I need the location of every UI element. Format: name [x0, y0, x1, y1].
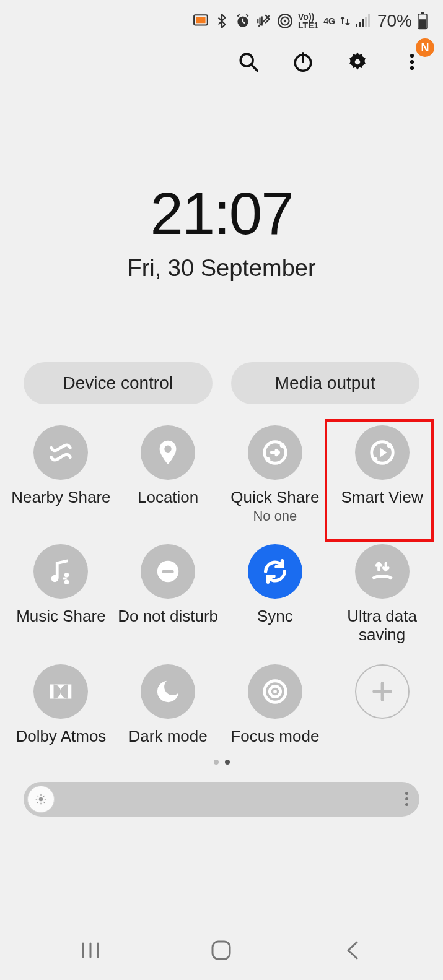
tile-label: Music Share — [16, 607, 106, 626]
svg-line-48 — [43, 796, 45, 797]
tile-label: Do not disturb — [118, 607, 218, 626]
data-arrows-icon — [340, 15, 350, 27]
tile-label: Sync — [257, 607, 293, 626]
svg-rect-14 — [419, 19, 426, 28]
brightness-thumb[interactable] — [27, 786, 55, 813]
brightness-more-button[interactable] — [405, 792, 408, 806]
battery-percent: 70% — [377, 11, 412, 31]
clock-area: 21:07 Fri, 30 September — [0, 87, 443, 282]
smart-view-icon — [355, 425, 410, 480]
svg-point-30 — [372, 457, 377, 462]
location-icon — [141, 425, 195, 480]
dnd-icon — [141, 544, 195, 599]
power-button[interactable] — [291, 50, 315, 74]
tile-label: Ultra data saving — [328, 607, 436, 644]
bluetooth-icon — [214, 13, 230, 29]
pill-row: Device control Media output — [0, 362, 443, 404]
network-type: 4G — [323, 17, 335, 25]
page-indicator[interactable] — [0, 760, 443, 765]
dolby-icon — [33, 664, 88, 719]
tile-label: Smart View — [341, 488, 423, 507]
tile-quick-share[interactable]: Quick Share No one — [222, 423, 329, 527]
page-dot — [214, 760, 219, 765]
quick-settings-grid: Nearby Share Location Quick Share No one… — [0, 423, 443, 748]
clock-date: Fri, 30 September — [0, 255, 443, 282]
music-share-icon — [33, 544, 88, 599]
svg-line-46 — [43, 802, 45, 803]
svg-rect-1 — [196, 17, 205, 24]
media-output-button[interactable]: Media output — [231, 362, 420, 404]
more-button[interactable]: N — [400, 50, 424, 74]
svg-point-39 — [273, 690, 277, 693]
svg-point-24 — [164, 446, 172, 453]
svg-line-47 — [37, 802, 38, 803]
status-bar: Vo)) LTE1 4G 70% — [0, 0, 443, 37]
home-button[interactable] — [203, 938, 240, 963]
svg-point-22 — [410, 60, 414, 64]
tile-label: Dolby Atmos — [15, 727, 106, 746]
clock-time: 21:07 — [0, 180, 443, 248]
system-nav-bar — [0, 938, 443, 963]
cast-active-icon — [193, 13, 209, 29]
svg-rect-9 — [362, 19, 364, 27]
svg-point-26 — [280, 443, 285, 448]
svg-point-32 — [64, 573, 69, 578]
svg-point-33 — [64, 579, 69, 584]
svg-rect-10 — [365, 17, 367, 27]
tile-do-not-disturb[interactable]: Do not disturb — [115, 542, 222, 647]
tile-music-share[interactable]: Music Share — [7, 542, 115, 647]
vibrate-icon — [256, 13, 272, 29]
tile-smart-view[interactable]: Smart View — [328, 423, 436, 527]
tile-sublabel: No one — [253, 508, 297, 524]
svg-point-21 — [410, 54, 414, 58]
plus-icon — [355, 664, 410, 719]
svg-point-40 — [39, 797, 43, 801]
dark-mode-icon — [141, 664, 195, 719]
recents-button[interactable] — [72, 938, 109, 963]
quick-share-icon — [248, 425, 302, 480]
battery-icon — [417, 12, 428, 30]
svg-line-16 — [251, 64, 257, 71]
svg-point-23 — [410, 66, 414, 70]
svg-rect-11 — [368, 14, 370, 27]
svg-point-20 — [355, 59, 361, 65]
volte-icon: Vo)) LTE1 — [298, 12, 318, 30]
hotspot-icon — [277, 13, 293, 29]
signal-icon — [355, 14, 370, 28]
svg-point-4 — [284, 20, 286, 22]
svg-rect-7 — [356, 24, 357, 27]
tile-label: Focus mode — [230, 727, 319, 746]
svg-line-45 — [37, 796, 38, 797]
tile-focus-mode[interactable]: Focus mode — [222, 662, 329, 748]
tile-nearby-share[interactable]: Nearby Share — [7, 423, 115, 527]
tile-dark-mode[interactable]: Dark mode — [115, 662, 222, 748]
svg-point-27 — [266, 457, 271, 462]
search-button[interactable] — [236, 50, 261, 74]
data-saving-icon — [355, 544, 410, 599]
tile-label: Dark mode — [129, 727, 208, 746]
tile-label: Location — [138, 488, 198, 507]
tile-location[interactable]: Location — [115, 423, 222, 527]
panel-action-bar: N — [0, 37, 443, 87]
notification-badge: N — [416, 38, 434, 57]
settings-button[interactable] — [345, 50, 370, 74]
tile-dolby-atmos[interactable]: Dolby Atmos — [7, 662, 115, 748]
brightness-slider[interactable] — [24, 782, 419, 817]
tile-add[interactable] — [328, 662, 436, 748]
sync-icon — [248, 544, 302, 599]
svg-point-29 — [387, 443, 392, 448]
page-dot-active — [225, 760, 230, 765]
tile-ultra-data-saving[interactable]: Ultra data saving — [328, 542, 436, 647]
svg-rect-35 — [162, 570, 174, 573]
tile-sync[interactable]: Sync — [222, 542, 329, 647]
focus-mode-icon — [248, 664, 302, 719]
tile-label: Quick Share — [230, 488, 319, 507]
svg-point-31 — [51, 575, 59, 583]
svg-rect-8 — [359, 22, 361, 27]
svg-rect-52 — [213, 942, 230, 959]
alarm-icon — [235, 13, 251, 29]
tile-label: Nearby Share — [11, 488, 110, 507]
back-button[interactable] — [334, 938, 371, 963]
device-control-button[interactable]: Device control — [24, 362, 213, 404]
nearby-share-icon — [33, 425, 88, 480]
